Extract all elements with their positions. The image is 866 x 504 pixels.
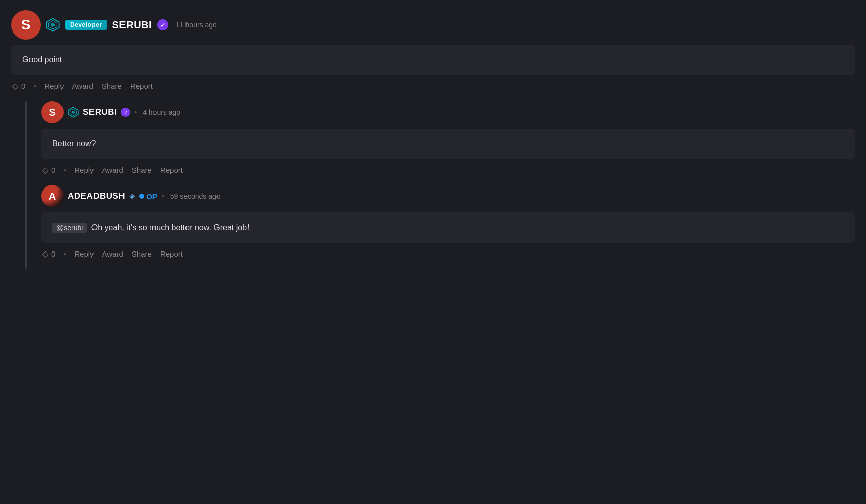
top-comment: S Developer SERUBI ✓ 11 hours ago Good p… — [11, 10, 855, 91]
vote-section: ◇ 0 — [12, 81, 25, 91]
reply-2-vote-section: ◇ 0 — [42, 249, 55, 259]
award-button[interactable]: Award — [72, 82, 94, 90]
reply-comment-1: S SERUBI ✓ • 4 hours ago Better now? — [41, 101, 855, 175]
reply-button[interactable]: Reply — [44, 82, 64, 90]
reply-thread-line — [25, 101, 27, 269]
comment-thread: S Developer SERUBI ✓ 11 hours ago Good p… — [11, 10, 855, 269]
reply-2-separator: • — [162, 192, 164, 200]
reply-1-upvote-icon[interactable]: ◇ — [42, 165, 48, 175]
serubi-logo-icon — [46, 18, 60, 32]
reply-1-username: SERUBI — [83, 107, 117, 117]
reply-1-share-button[interactable]: Share — [132, 166, 152, 174]
reply-2-upvote-icon[interactable]: ◇ — [42, 249, 48, 259]
reply-1-report-button[interactable]: Report — [160, 166, 183, 174]
top-comment-actions: ◇ 0 • Reply Award Share Report — [11, 81, 855, 91]
diamond-icon: ◈ — [129, 192, 135, 201]
reply-1-vote-count: 0 — [51, 166, 55, 174]
reply-1-body: Better now? — [41, 129, 855, 159]
report-button[interactable]: Report — [130, 82, 153, 90]
op-dot-icon — [139, 194, 144, 199]
replies-container: S SERUBI ✓ • 4 hours ago Better now? — [11, 101, 855, 269]
reply-2-text: Oh yeah, it's so much better now. Great … — [89, 223, 249, 232]
reply-comment-2: A ADEADBUSH ◈ OP • 59 seconds ago @serub… — [41, 185, 855, 259]
reply-2-header: A ADEADBUSH ◈ OP • 59 seconds ago — [41, 185, 855, 207]
replies-content: S SERUBI ✓ • 4 hours ago Better now? — [41, 101, 855, 269]
reply-1-serubi-logo-icon — [68, 107, 79, 118]
reply-1-reply-button[interactable]: Reply — [74, 166, 94, 174]
svg-marker-2 — [51, 23, 55, 27]
reply-2-avatar: A — [41, 185, 64, 207]
reply-2-vote-count: 0 — [51, 249, 55, 258]
reply-2-actions: ◇ 0 • Reply Award Share Report — [41, 249, 855, 259]
reply-2-share-button[interactable]: Share — [132, 249, 152, 258]
reply-1-award-button[interactable]: Award — [102, 166, 123, 174]
avatar: S — [11, 10, 41, 40]
reply-2-username: ADEADBUSH — [68, 191, 125, 201]
reply-1-actions: ◇ 0 • Reply Award Share Report — [41, 165, 855, 175]
reply-1-verified-icon: ✓ — [121, 108, 130, 117]
op-label: OP — [146, 192, 158, 201]
reply-2-report-button[interactable]: Report — [160, 249, 183, 258]
reply-1-timestamp: 4 hours ago — [143, 108, 180, 116]
developer-badge: Developer — [65, 20, 107, 30]
reply-1-dot: • — [64, 166, 66, 174]
svg-marker-5 — [72, 111, 75, 114]
reply-1-avatar: S — [41, 101, 64, 123]
reply-1-separator: • — [134, 108, 137, 116]
op-badge: OP — [139, 192, 158, 201]
top-username: SERUBI — [112, 19, 152, 31]
vote-count: 0 — [21, 82, 25, 90]
separator: • — [34, 82, 36, 90]
reply-1-vote-section: ◇ 0 — [42, 165, 55, 175]
top-comment-header: S Developer SERUBI ✓ 11 hours ago — [11, 10, 855, 40]
share-button[interactable]: Share — [102, 82, 122, 90]
top-comment-body: Good point — [11, 45, 855, 75]
reply-2-dot: • — [64, 250, 66, 258]
reply-2-award-button[interactable]: Award — [102, 249, 123, 258]
reply-1-header: S SERUBI ✓ • 4 hours ago — [41, 101, 855, 123]
reply-2-timestamp: 59 seconds ago — [170, 192, 221, 200]
mention-tag: @serubi — [52, 223, 87, 233]
verified-icon: ✓ — [157, 19, 168, 30]
upvote-icon[interactable]: ◇ — [12, 81, 18, 91]
reply-2-reply-button[interactable]: Reply — [74, 249, 94, 258]
reply-2-body: @serubi Oh yeah, it's so much better now… — [41, 212, 855, 243]
top-timestamp: 11 hours ago — [175, 21, 217, 29]
